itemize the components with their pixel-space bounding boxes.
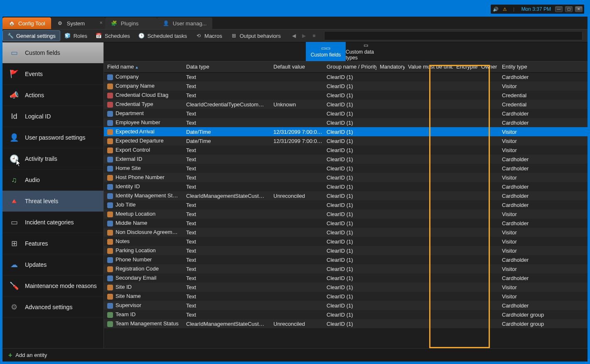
sidebar-label: Features	[25, 240, 48, 247]
entity-icon	[107, 120, 113, 126]
add-entity-button[interactable]: Add an entity	[15, 352, 47, 358]
table-row[interactable]: Identity Management StatusClearIdManagem…	[104, 191, 588, 200]
table-row[interactable]: Job TitleTextClearID (1)Cardholder	[104, 200, 588, 209]
col-mandatory[interactable]: Mandatory	[376, 61, 405, 72]
toolbar-schedules[interactable]: 📅 Schedules	[91, 30, 134, 41]
entity-icon	[107, 193, 113, 199]
table-row[interactable]: Phone NumberTextClearID (1)Cardholder	[104, 255, 588, 264]
table-row[interactable]: SupervisorTextClearID (1)Cardholder	[104, 301, 588, 310]
sidebar-label: Custom fields	[25, 49, 60, 56]
sidebar-icon: 🕘	[9, 154, 19, 164]
entity-icon	[107, 212, 113, 217]
tab-label: Config Tool	[18, 20, 45, 27]
footer: + Add an entity	[2, 348, 588, 362]
table-row[interactable]: Credential TypeClearIdCredentialTypeCust…	[104, 100, 588, 109]
table-row[interactable]: NotesTextClearID (1)Visitor	[104, 237, 588, 246]
toolbar-roles[interactable]: 🧊 Roles	[60, 30, 91, 41]
table-container: Field name Data type Default value Group…	[104, 61, 588, 348]
table-row[interactable]: Secondary EmailTextClearID (1)Cardholder	[104, 273, 588, 283]
plugin-icon: 🧩	[111, 20, 118, 27]
entity-icon	[107, 166, 113, 172]
subtab-custom-fields[interactable]: ▭▭ Custom fields	[306, 42, 346, 61]
sidebar-item-updates[interactable]: ☁Updates	[2, 254, 103, 275]
toolbar-general-settings[interactable]: 🔧 General settings	[2, 30, 60, 41]
sidebar-icon: 🪛	[9, 281, 19, 291]
table-row[interactable]: Middle NameTextClearID (1)Cardholder	[104, 219, 588, 228]
sidebar-label: Advanced settings	[25, 304, 72, 310]
nav-home-icon[interactable]: ■	[311, 32, 317, 39]
subtab-custom-data-types[interactable]: ▭ Custom data types	[346, 42, 386, 61]
shield-icon[interactable]: ⚠	[502, 6, 508, 12]
sidebar-item-incident-categories[interactable]: ▭Incident categories	[2, 212, 103, 233]
table-row[interactable]: Team IDTextClearID (1)Cardholder group	[104, 310, 588, 319]
col-default-value[interactable]: Default value	[270, 61, 323, 72]
table-row[interactable]: Host Phone NumberTextClearID (1)Visitor	[104, 173, 588, 182]
sidebar-item-threat-levels[interactable]: 🔺Threat levels	[2, 191, 103, 212]
entity-icon	[107, 84, 113, 89]
table-row[interactable]: Identity IDTextClearID (1)Cardholder	[104, 182, 588, 191]
table-row[interactable]: Company NameTextClearID (1)Visitor	[104, 81, 588, 91]
nav-back-icon[interactable]: ◀	[291, 32, 297, 39]
table-row[interactable]: Meetup LocationTextClearID (1)Visitor	[104, 209, 588, 219]
col-field-name[interactable]: Field name	[104, 61, 183, 72]
minimize-button[interactable]: —	[555, 6, 563, 12]
col-data-type[interactable]: Data type	[183, 61, 270, 72]
close-tab-icon[interactable]: ×	[100, 20, 103, 26]
table-row[interactable]: CompanyTextClearID (1)Cardholder	[104, 72, 588, 81]
table-row[interactable]: Registration CodeTextClearID (1)Visitor	[104, 264, 588, 273]
table-row[interactable]: Non Disclosure AgreementTextClearID (1)V…	[104, 228, 588, 237]
window-tab-bar: 🏠 Config Tool ⚙ System × 🧩 Plugins 👤 Use…	[2, 17, 588, 29]
table-row[interactable]: Expected DepartureDate/Time12/31/2099 7:…	[104, 136, 588, 145]
nav-forward-icon[interactable]: ▶	[301, 32, 307, 39]
volume-icon[interactable]: 🔊	[492, 6, 499, 12]
sidebar-item-maintenance-mode-reasons[interactable]: 🪛Maintenance mode reasons	[2, 275, 103, 297]
sidebar-item-custom-fields[interactable]: ▭Custom fields	[2, 42, 103, 64]
table-row[interactable]: Export ControlTextClearID (1)Visitor	[104, 145, 588, 155]
sidebar: ▭Custom fields🚩Events📣ActionsIdLogical I…	[2, 42, 104, 348]
table-row[interactable]: Home SiteTextClearID (1)Cardholder	[104, 164, 588, 173]
plus-icon[interactable]: +	[8, 352, 12, 359]
close-window-button[interactable]: ✕	[575, 6, 583, 12]
sidebar-icon: ▭	[9, 48, 19, 58]
sidebar-item-actions[interactable]: 📣Actions	[2, 85, 103, 106]
tab-plugins[interactable]: 🧩 Plugins	[105, 17, 157, 29]
col-entity-type[interactable]: Entity type	[499, 61, 588, 72]
tab-label: Plugins	[121, 20, 139, 27]
sidebar-item-events[interactable]: 🚩Events	[2, 64, 103, 85]
toolbar-scheduled-tasks[interactable]: 🕒 Scheduled tasks	[134, 30, 191, 41]
sidebar-item-activity-trails[interactable]: 🕘Activity trails	[2, 148, 103, 170]
col-unique[interactable]: Value must be unique	[405, 61, 453, 72]
toolbar-search-input[interactable]	[324, 31, 583, 40]
tab-system[interactable]: ⚙ System ×	[51, 17, 105, 29]
sidebar-item-audio[interactable]: ♫Audio	[2, 170, 103, 191]
col-owner[interactable]: Owner	[478, 61, 499, 72]
table-row[interactable]: Employee NumberTextClearID (1)Cardholder	[104, 118, 588, 127]
sidebar-icon: ☁	[9, 260, 19, 270]
entity-icon	[107, 257, 113, 263]
sidebar-icon: 👤	[9, 133, 19, 143]
system-tray: 🔊 ⚠ | Mon 3:37 PM — ▢ ✕	[491, 5, 584, 14]
table-row[interactable]: Credential Cloud EtagTextClearID (1)Cred…	[104, 91, 588, 100]
toolbar-macros[interactable]: ⟲ Macros	[191, 30, 226, 41]
table-row[interactable]: Team Management StatusClearIdManagementS…	[104, 319, 588, 328]
table-row[interactable]: DepartmentTextClearID (1)Cardholder	[104, 109, 588, 118]
sidebar-item-advanced-settings[interactable]: ⚙Advanced settings	[2, 297, 103, 318]
table-row[interactable]: Site NameTextClearID (1)Visitor	[104, 292, 588, 301]
sidebar-item-logical-id[interactable]: IdLogical ID	[2, 106, 103, 127]
table-row[interactable]: Expected ArrivalDate/Time12/31/2099 7:00…	[104, 127, 588, 136]
table-row[interactable]: Site IDTextClearID (1)Visitor	[104, 283, 588, 292]
tab-config-tool[interactable]: 🏠 Config Tool	[2, 17, 51, 29]
col-encrypted[interactable]: Encrypted	[453, 61, 478, 72]
entity-icon	[107, 312, 113, 318]
entity-icon	[107, 157, 113, 162]
table-row[interactable]: Parking LocationTextClearID (1)Visitor	[104, 246, 588, 255]
sidebar-item-features[interactable]: ⊞Features	[2, 233, 103, 254]
clock-label: Mon 3:37 PM	[520, 6, 553, 12]
toolbar-output-behaviors[interactable]: ⊞ Output behaviors	[226, 30, 285, 41]
col-group[interactable]: Group name / Priority	[323, 61, 376, 72]
table-row[interactable]: External IDTextClearID (1)Cardholder	[104, 155, 588, 164]
sidebar-item-user-password-settings[interactable]: 👤User password settings	[2, 127, 103, 148]
tab-user-management[interactable]: 👤 User manag...	[157, 17, 213, 29]
sidebar-label: Threat levels	[25, 198, 58, 204]
maximize-button[interactable]: ▢	[565, 6, 573, 12]
